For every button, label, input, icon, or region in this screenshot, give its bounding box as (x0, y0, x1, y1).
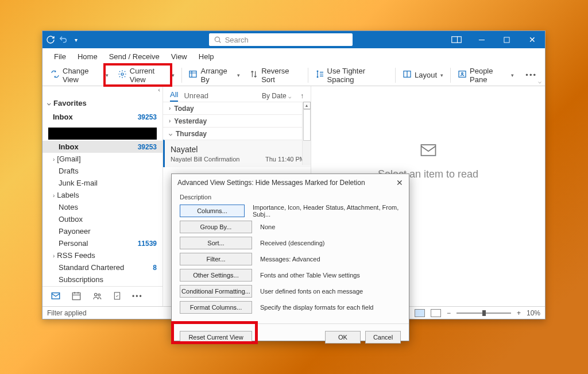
menu-help[interactable]: Help (193, 49, 220, 64)
people-icon (458, 70, 467, 80)
groupby-button[interactable]: Group By... (180, 221, 252, 233)
collapse-sidebar-icon[interactable]: ‹ (42, 86, 163, 94)
message-item[interactable]: Nayatel Nayatel Bill Confirmation Thu 11… (163, 140, 311, 167)
menu-file[interactable]: File (48, 49, 72, 64)
sort-icon (249, 70, 258, 80)
ribbon: Change View▾ Current View▾ Arrange By▾ R… (42, 64, 545, 86)
menu-view[interactable]: View (165, 49, 193, 64)
people-nav-icon[interactable] (92, 291, 102, 303)
titlebar: ▾ Search ─ ✕ (42, 31, 545, 48)
customize-quickaccess-icon[interactable]: ▾ (71, 35, 80, 44)
favorites-header[interactable]: Favorites (42, 94, 163, 111)
change-view-button[interactable]: Change View▾ (46, 64, 113, 86)
dialog-section-label: Description (180, 194, 401, 201)
svg-point-0 (215, 37, 219, 41)
current-view-button[interactable]: Current View▾ (113, 64, 179, 86)
nav-bar: ••• (42, 286, 163, 306)
arrange-icon (188, 70, 198, 80)
mail-icon[interactable] (51, 291, 61, 303)
calendar-icon[interactable] (71, 291, 82, 303)
collapse-ribbon-icon[interactable]: ⌵ (538, 78, 541, 84)
ribbon-display-options-icon[interactable] (444, 31, 469, 48)
folder-outbox[interactable]: Outbox (42, 213, 163, 225)
undo-icon[interactable] (59, 35, 68, 44)
view-reading-icon[interactable] (431, 309, 441, 317)
layout-icon (403, 70, 412, 80)
folder-payoneer[interactable]: Payoneer (42, 225, 163, 237)
folder-labels[interactable]: ›Labels (42, 189, 163, 201)
group-yesterday[interactable]: ›Yesterday (163, 114, 311, 127)
svg-rect-2 (504, 37, 509, 42)
change-view-icon (51, 70, 60, 80)
gear-icon (118, 70, 127, 80)
layout-button[interactable]: Layout▾ (398, 67, 448, 83)
tighter-spacing-button[interactable]: Use Tighter Spacing (311, 64, 393, 86)
people-pane-button[interactable]: People Pane▾ (453, 64, 519, 86)
folder-junk[interactable]: Junk E-mail (42, 177, 163, 189)
reverse-sort-button[interactable]: Reverse Sort (245, 64, 305, 86)
folder-subscriptions[interactable]: Subscriptions (42, 273, 163, 286)
folder-personal[interactable]: Personal 11539 (42, 237, 163, 249)
minimize-button[interactable]: ─ (469, 31, 494, 48)
svg-point-3 (121, 73, 123, 75)
reset-current-view-button[interactable]: Reset Current View (180, 331, 252, 344)
zoom-slider[interactable] (457, 313, 511, 314)
envelope-icon (417, 141, 439, 164)
folder-pane: ‹ Favorites Inbox 39253 Inbox 39253 ›[Gm… (42, 86, 163, 306)
search-box[interactable]: Search (209, 33, 353, 46)
filter-all[interactable]: All (170, 90, 178, 102)
menu-sendreceive[interactable]: Send / Receive (103, 49, 165, 64)
conditional-formatting-button[interactable]: Conditional Formatting... (180, 285, 252, 298)
folder-notes[interactable]: Notes (42, 201, 163, 213)
folder-rss[interactable]: ›RSS Feeds (42, 249, 163, 261)
advanced-view-settings-dialog: Advanced View Settings: Hide Messages Ma… (171, 173, 409, 341)
folder-drafts[interactable]: Drafts (42, 165, 163, 177)
search-placeholder: Search (225, 36, 249, 44)
group-today[interactable]: ›Today (163, 102, 311, 114)
folder-gmail[interactable]: ›[Gmail] (42, 153, 163, 165)
svg-rect-1 (452, 37, 462, 43)
view-normal-icon[interactable] (415, 309, 425, 317)
more-nav-icon[interactable]: ••• (132, 292, 143, 300)
cancel-button[interactable]: Cancel (365, 331, 401, 344)
format-columns-button[interactable]: Format Columns... (180, 301, 252, 314)
message-time: Thu 11:40 PM (265, 156, 305, 163)
group-thursday[interactable]: ⌵Thursday (163, 127, 311, 140)
sync-icon[interactable] (46, 35, 55, 44)
maximize-button[interactable] (494, 31, 520, 48)
folder-inbox[interactable]: Inbox 39253 (42, 141, 163, 153)
dialog-title: Advanced View Settings: Hide Messages Ma… (177, 179, 365, 187)
menubar: File Home Send / Receive View Help (42, 48, 545, 64)
folder-inbox-fav[interactable]: Inbox 39253 (42, 111, 163, 123)
close-button[interactable]: ✕ (520, 31, 545, 48)
arrange-by-button[interactable]: Arrange By▾ (184, 64, 245, 86)
folder-standard-chartered[interactable]: Standard Chartered 8 (42, 261, 163, 273)
spacing-icon (315, 70, 324, 80)
ok-button[interactable]: OK (325, 331, 361, 344)
svg-point-11 (98, 294, 100, 296)
filter-button[interactable]: Filter... (180, 253, 252, 265)
columns-button[interactable]: Columns... (180, 205, 245, 217)
zoom-percent: 10% (527, 309, 540, 317)
svg-point-10 (95, 293, 98, 296)
dialog-close-button[interactable]: ✕ (396, 178, 403, 187)
svg-point-7 (462, 72, 463, 74)
svg-rect-4 (189, 71, 196, 78)
sort-bydate[interactable]: By Date ⌵ (262, 92, 291, 100)
message-subject: Nayatel Bill Confirmation (171, 156, 239, 163)
status-filter: Filter applied (47, 309, 87, 317)
tasks-icon[interactable] (113, 291, 122, 303)
sort-button[interactable]: Sort... (180, 237, 252, 249)
filter-unread[interactable]: Unread (184, 91, 208, 100)
scrollbar[interactable]: ▴ (302, 102, 311, 165)
message-sender: Nayatel (171, 145, 305, 154)
zoom-out[interactable]: − (447, 309, 451, 317)
svg-rect-9 (72, 292, 80, 299)
menu-home[interactable]: Home (72, 49, 103, 64)
sort-direction-icon[interactable]: ↑ (300, 92, 304, 100)
account-header-redacted[interactable] (48, 128, 157, 140)
other-settings-button[interactable]: Other Settings... (180, 269, 252, 282)
svg-rect-13 (421, 145, 435, 156)
zoom-in[interactable]: + (517, 309, 521, 317)
